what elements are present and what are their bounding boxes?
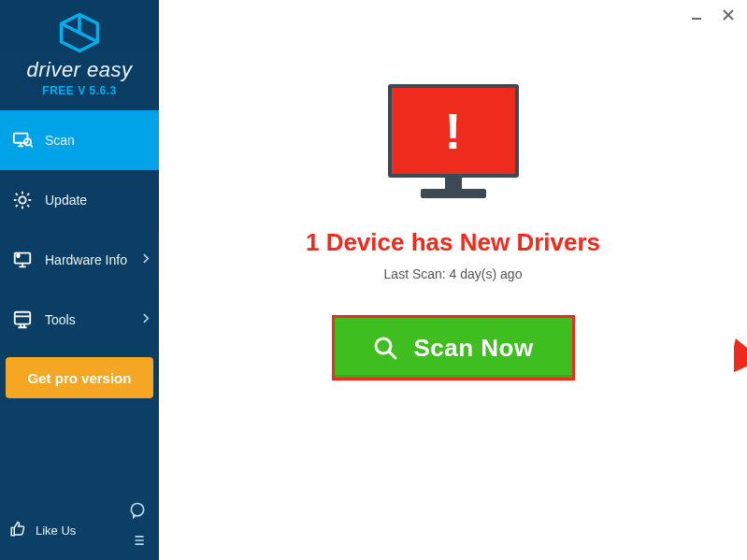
sidebar-item-update[interactable]: Update: [0, 170, 159, 230]
sidebar-item-scan[interactable]: Scan: [0, 110, 159, 170]
chevron-right-icon: [143, 313, 150, 326]
sidebar-bottom: Like Us: [0, 500, 159, 560]
svg-rect-6: [15, 312, 31, 324]
sidebar-item-label: Hardware Info: [45, 252, 127, 267]
app-name-part1: driver: [26, 58, 80, 81]
exclamation-icon: !: [445, 106, 462, 156]
window-controls: [687, 6, 738, 24]
monitor-neck: [445, 178, 462, 189]
nav: Scan Update i: [0, 110, 159, 350]
monitor-screen: !: [388, 84, 519, 178]
pro-button-label: Get pro version: [28, 370, 132, 386]
sidebar-item-label: Tools: [45, 312, 76, 327]
scan-now-label: Scan Now: [413, 334, 533, 363]
app-name-part2: easy: [87, 58, 132, 81]
menu-list-icon[interactable]: [127, 530, 148, 551]
gear-update-icon: [11, 189, 34, 211]
search-icon: [372, 335, 398, 361]
logo-block: driver easy FREE V 5.6.3: [0, 0, 159, 105]
scan-now-button[interactable]: Scan Now: [332, 315, 575, 381]
get-pro-version-button[interactable]: Get pro version: [6, 357, 153, 398]
sidebar-item-label: Scan: [45, 133, 75, 148]
sidebar-item-hardware-info[interactable]: i Hardware Info: [0, 230, 159, 290]
headline-text: 1 Device has New Drivers: [306, 228, 600, 257]
feedback-icon[interactable]: [127, 500, 148, 521]
app-version: FREE V 5.6.3: [0, 84, 159, 97]
svg-point-2: [19, 196, 25, 203]
close-button[interactable]: [719, 6, 738, 24]
sidebar-right-icons: [127, 500, 148, 551]
sidebar-item-label: Update: [45, 193, 87, 208]
last-scan-text: Last Scan: 4 day(s) ago: [384, 266, 523, 281]
thumbs-up-icon: [9, 521, 26, 540]
center-stage: ! 1 Device has New Drivers Last Scan: 4 …: [159, 84, 747, 381]
scan-monitor-icon: [11, 129, 34, 151]
svg-rect-0: [14, 134, 28, 143]
svg-text:i: i: [18, 254, 19, 258]
sidebar: driver easy FREE V 5.6.3 Scan: [0, 0, 159, 560]
chevron-right-icon: [143, 253, 150, 266]
like-us-label: Like Us: [36, 524, 76, 538]
tools-icon: [11, 309, 34, 331]
sidebar-item-tools[interactable]: Tools: [0, 290, 159, 350]
alert-monitor-graphic: !: [383, 84, 524, 206]
like-us-button[interactable]: Like Us: [9, 521, 76, 540]
hardware-monitor-icon: i: [11, 249, 34, 271]
app-name: driver easy: [0, 58, 159, 82]
minimize-button[interactable]: [687, 6, 706, 24]
main-panel: ! 1 Device has New Drivers Last Scan: 4 …: [159, 0, 747, 560]
logo-cube-icon: [51, 9, 108, 56]
monitor-base: [421, 189, 486, 198]
